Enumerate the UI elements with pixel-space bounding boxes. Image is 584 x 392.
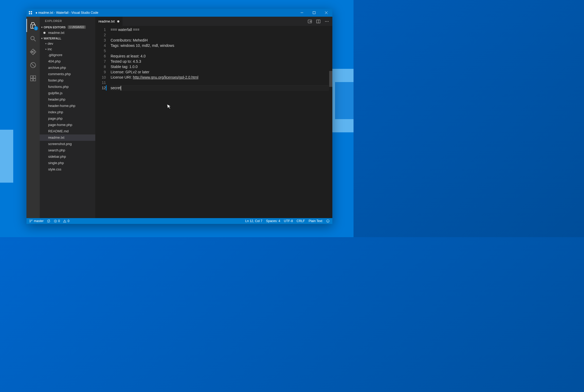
- toggle-preview-icon[interactable]: [307, 19, 312, 24]
- chevron-down-icon: ▾: [41, 37, 43, 40]
- file-item[interactable]: archive.php: [40, 65, 95, 71]
- code-line[interactable]: Contributors: MehediH: [111, 38, 329, 43]
- code-line[interactable]: [111, 32, 329, 38]
- chevron-right-icon: ▸: [46, 42, 47, 45]
- code-content[interactable]: === waterfall ===Contributors: MehediHTa…: [110, 26, 329, 218]
- status-feedback-icon[interactable]: [326, 219, 330, 223]
- code-line[interactable]: Tags: windows 10, mdl2, mdl, windows: [111, 43, 329, 48]
- editor-tabs: readme.txt: [95, 17, 332, 26]
- code-line[interactable]: Tested up to: 4.5.3: [111, 59, 329, 64]
- window-controls: [296, 9, 332, 17]
- svg-point-22: [30, 220, 30, 220]
- open-editors-label: OPEN EDITORS: [44, 26, 66, 29]
- sidebar-title: EXPLORER: [40, 17, 95, 25]
- workspace-header[interactable]: ▾ WATERFALL: [40, 36, 95, 41]
- status-eol[interactable]: CRLF: [297, 219, 305, 223]
- line-gutter: 123456789101112: [95, 26, 110, 218]
- svg-point-31: [327, 220, 328, 221]
- editor-tab-readme[interactable]: readme.txt: [95, 17, 123, 26]
- file-item[interactable]: style.css: [40, 166, 95, 173]
- svg-point-32: [328, 220, 328, 221]
- svg-point-4: [31, 36, 34, 40]
- file-item[interactable]: 404.php: [40, 58, 95, 65]
- editor-area: readme.txt 123456789101112 === waterfall…: [95, 17, 332, 218]
- file-name: archive.php: [48, 65, 66, 70]
- file-item[interactable]: footer.php: [40, 77, 95, 84]
- scrollbar[interactable]: [329, 26, 332, 218]
- activity-search[interactable]: [26, 32, 40, 45]
- minimize-button[interactable]: [296, 9, 308, 17]
- workspace-name: WATERFALL: [44, 37, 61, 40]
- activity-source-control[interactable]: [26, 45, 40, 58]
- status-cursor-position[interactable]: Ln 12, Col 7: [245, 219, 262, 223]
- file-item[interactable]: index.php: [40, 109, 95, 115]
- file-item[interactable]: header-home.php: [40, 103, 95, 109]
- svg-point-7: [34, 50, 35, 51]
- status-errors[interactable]: 0: [54, 219, 60, 223]
- svg-point-20: [327, 21, 327, 21]
- more-actions-icon[interactable]: [324, 19, 329, 24]
- svg-rect-11: [30, 76, 33, 78]
- file-item[interactable]: page.php: [40, 115, 95, 122]
- maximize-button[interactable]: [308, 9, 320, 17]
- file-name: functions.php: [48, 84, 69, 89]
- file-name: search.php: [48, 148, 65, 153]
- file-name: readme.txt: [48, 30, 64, 35]
- status-warnings[interactable]: 0: [63, 219, 69, 223]
- dirty-indicator-icon: [43, 32, 46, 34]
- scrollbar-thumb[interactable]: [329, 71, 332, 87]
- file-item[interactable]: readme.txt: [40, 134, 95, 141]
- code-line[interactable]: [111, 80, 329, 85]
- file-item[interactable]: README.md: [40, 128, 95, 134]
- open-editors-header[interactable]: ▾ OPEN EDITORS 1 UNSAVED: [40, 25, 95, 30]
- file-name: index.php: [48, 110, 63, 115]
- file-name: single.php: [48, 161, 64, 165]
- activity-extensions[interactable]: [26, 72, 40, 85]
- file-item[interactable]: gulpfile.js: [40, 90, 95, 96]
- file-name: readme.txt: [48, 135, 64, 140]
- file-item[interactable]: single.php: [40, 160, 95, 166]
- file-name: sidebar.php: [48, 154, 66, 159]
- code-line[interactable]: License URI: http://www.gnu.org/licenses…: [111, 75, 329, 80]
- activity-explorer[interactable]: 1: [26, 19, 40, 32]
- code-line[interactable]: secret: [111, 85, 329, 91]
- status-sync[interactable]: [47, 219, 51, 223]
- file-item[interactable]: header.php: [40, 96, 95, 103]
- chevron-down-icon: ▾: [41, 26, 43, 29]
- file-item[interactable]: screenshot.png: [40, 141, 95, 147]
- titlebar[interactable]: ● readme.txt - Waterfall - Visual Studio…: [26, 9, 332, 17]
- status-language[interactable]: Plain Text: [309, 219, 322, 223]
- file-item[interactable]: comments.php: [40, 71, 95, 77]
- code-line[interactable]: === waterfall ===: [111, 27, 329, 32]
- warning-count: 0: [67, 219, 69, 223]
- close-button[interactable]: [320, 9, 332, 17]
- file-item[interactable]: functions.php: [40, 84, 95, 90]
- dirty-indicator-icon: [117, 20, 119, 22]
- editor-body[interactable]: 123456789101112 === waterfall ===Contrib…: [95, 26, 332, 218]
- status-branch[interactable]: master: [29, 219, 44, 223]
- file-item[interactable]: .gitignore: [40, 52, 95, 58]
- explorer-badge: 1: [34, 26, 38, 30]
- folder-item[interactable]: ▸dev: [40, 41, 95, 46]
- open-editor-item[interactable]: readme.txt: [40, 30, 95, 36]
- file-item[interactable]: page-home.php: [40, 122, 95, 128]
- file-item[interactable]: search.php: [40, 147, 95, 154]
- code-line[interactable]: License: GPLv2 or later: [111, 69, 329, 75]
- activity-debug[interactable]: [26, 58, 40, 72]
- folder-item[interactable]: ▸inc: [40, 46, 95, 52]
- svg-point-30: [327, 220, 329, 223]
- file-name: page-home.php: [48, 123, 72, 127]
- code-line[interactable]: Stable tag: 1.0.0: [111, 64, 329, 69]
- status-indentation[interactable]: Spaces: 4: [266, 219, 280, 223]
- status-encoding[interactable]: UTF-8: [284, 219, 293, 223]
- vscode-window: ● readme.txt - Waterfall - Visual Studio…: [26, 9, 332, 224]
- svg-rect-14: [33, 79, 36, 81]
- branch-name: master: [34, 219, 44, 223]
- code-line[interactable]: Requires at least: 4.0: [111, 53, 329, 59]
- code-line[interactable]: [111, 48, 329, 53]
- split-editor-icon[interactable]: [316, 19, 321, 24]
- editor-actions: [304, 17, 332, 26]
- file-name: style.css: [48, 167, 61, 172]
- file-item[interactable]: sidebar.php: [40, 154, 95, 160]
- code-link[interactable]: http://www.gnu.org/licenses/gpl-2.0.html: [133, 75, 198, 79]
